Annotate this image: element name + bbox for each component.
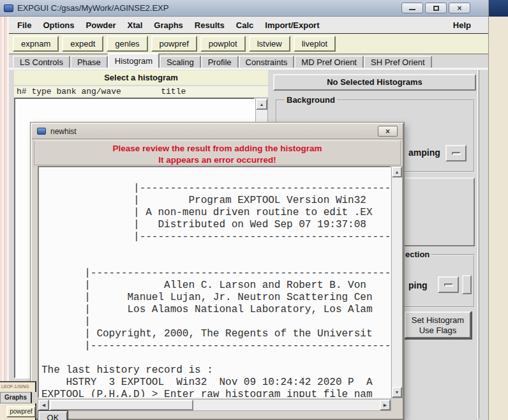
arrow-left-icon: ◀ [42, 403, 45, 408]
main-titlebar[interactable]: EXPGUI C:/gsas/MyWork/AGINSE2.EXP × [0, 0, 488, 17]
exptool-output-text[interactable]: |---------------------------------------… [38, 166, 391, 398]
tab-profile[interactable]: Profile [201, 56, 239, 68]
error-line1: Please review the result from adding the… [34, 143, 400, 154]
no-selected-histograms-bar: No Selected Histograms [273, 74, 476, 91]
maximize-icon [433, 6, 439, 11]
background-damping-menubutton[interactable] [445, 145, 467, 161]
background-window-strip [488, 0, 508, 420]
menu-xtal[interactable]: Xtal [121, 17, 148, 33]
scroll-up-button[interactable]: ▲ [256, 99, 267, 110]
powpref-button[interactable]: powpref [151, 36, 197, 52]
tab-phase[interactable]: Phase [70, 56, 108, 68]
background-window-text-fragment: LEOF-1/SING [0, 381, 36, 392]
arrow-down-icon: ▼ [395, 390, 400, 394]
dialog-scroll-up-button[interactable]: ▲ [392, 167, 402, 177]
lstview-button[interactable]: lstview [249, 36, 290, 52]
ok-button[interactable]: OK [38, 411, 68, 420]
edit-button-sliver[interactable] [462, 275, 472, 294]
histogram-list-columns: h# type bank ang/wave title [14, 86, 268, 97]
dialog-title: newhist [50, 127, 77, 136]
arrow-up-icon: ▲ [260, 102, 264, 107]
dialog-close-icon: × [385, 128, 390, 135]
menu-graphs[interactable]: Graphs [148, 17, 189, 33]
tab-ls-controls[interactable]: LS Controls [13, 56, 70, 68]
genles-button[interactable]: genles [107, 36, 147, 52]
menu-options[interactable]: Options [37, 17, 80, 33]
correction-damping-menubutton[interactable] [438, 276, 459, 293]
tab-bar: LS Controls Phase Histogram Scaling Prof… [9, 54, 488, 69]
desktop-wallpaper-strip [0, 17, 9, 420]
correction-damping-label: ping [408, 280, 428, 290]
menubar: File Options Powder Xtal Graphs Results … [9, 17, 488, 34]
tab-scaling[interactable]: Scaling [160, 56, 201, 68]
tab-constraints[interactable]: Constraints [239, 56, 295, 68]
dialog-scroll-right-button[interactable]: ▶ [380, 400, 391, 410]
powplot-button[interactable]: powplot [200, 36, 246, 52]
set-flags-line1: Set Histogram [406, 315, 470, 326]
minimize-icon [409, 8, 415, 10]
error-line2: It appears an error occurred! [34, 154, 400, 166]
newhist-dialog: newhist × Please review the result from … [31, 123, 404, 420]
menu-file[interactable]: File [11, 17, 37, 33]
background-group-label: Background [285, 95, 337, 105]
correction-group-label: ection [403, 250, 431, 259]
dialog-scroll-down-button[interactable]: ▼ [392, 387, 402, 398]
background-damping-label: amping [408, 147, 440, 158]
close-button[interactable]: × [449, 3, 470, 13]
app-icon [4, 4, 13, 12]
powpref-button-fragment[interactable]: powpref [6, 406, 36, 417]
dialog-scroll-left-button[interactable]: ◀ [38, 400, 49, 410]
screen: EXPGUI C:/gsas/MyWork/AGINSE2.EXP × File… [0, 0, 508, 420]
set-flags-line2: Use Flags [406, 326, 470, 336]
background-window-titlebar [489, 0, 508, 17]
close-icon: × [457, 4, 461, 12]
dialog-titlebar[interactable]: newhist × [32, 124, 403, 139]
error-message: Please review the result from adding the… [34, 140, 401, 165]
menu-help[interactable]: Help [447, 17, 477, 33]
menu-results[interactable]: Results [189, 17, 230, 33]
tab-histogram[interactable]: Histogram [108, 53, 160, 68]
window-title: EXPGUI C:/gsas/MyWork/AGINSE2.EXP [17, 3, 168, 13]
minimize-button[interactable] [401, 3, 423, 13]
dialog-close-button[interactable]: × [378, 126, 398, 137]
window-controls: × [401, 3, 470, 13]
toolbar: expnam expedt genles powpref powplot lst… [9, 34, 488, 54]
menu-import-export[interactable]: Import/Export [259, 17, 325, 33]
arrow-up-icon: ▲ [395, 170, 400, 174]
menubutton-bar-icon [452, 152, 461, 155]
select-histogram-header: Select a histogram [14, 70, 268, 85]
arrow-right-icon: ▶ [384, 403, 387, 408]
dialog-vscrollbar[interactable] [391, 166, 403, 398]
tab-md-pref-orient[interactable]: MD Pref Orient [294, 56, 364, 68]
expnam-button[interactable]: expnam [13, 36, 59, 52]
pane-divider [477, 70, 479, 419]
tab-sh-pref-orient[interactable]: SH Pref Orient [364, 56, 432, 68]
menubutton-bar-icon [444, 283, 453, 287]
menu-calc[interactable]: Calc [230, 17, 259, 33]
menu-powder[interactable]: Powder [80, 17, 122, 33]
dialog-hscroll-thumb[interactable] [50, 400, 193, 410]
dialog-icon [37, 128, 46, 135]
expedt-button[interactable]: expedt [62, 36, 103, 52]
graphs-button-fragment[interactable]: Graphs [0, 392, 32, 403]
maximize-button[interactable] [425, 3, 447, 13]
exptool-console-text: |---------------------------------------… [39, 167, 390, 398]
set-histogram-use-flags-button[interactable]: Set Histogram Use Flags [405, 311, 471, 338]
liveplot-button[interactable]: liveplot [294, 36, 336, 52]
